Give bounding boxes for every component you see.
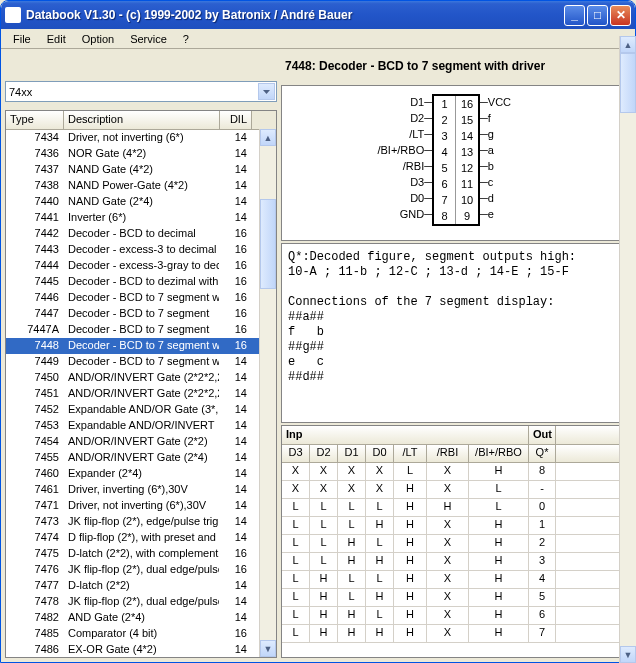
col-desc[interactable]: Description [64,111,220,129]
tt-col[interactable]: D2 [310,445,338,462]
tt-row[interactable]: LHHLHXH6 [282,607,630,625]
menu-file[interactable]: File [5,31,39,47]
truth-table: Inp Out D3D2D1D0/LT/RBI/BI+/RBOQ* XXXXLX… [281,425,631,658]
tt-col[interactable]: /RBI [427,445,469,462]
tt-col[interactable]: D3 [282,445,310,462]
table-row[interactable]: 7436NOR Gate (4*2)14 [6,146,276,162]
table-row[interactable]: 7473JK flip-flop (2*), edge/pulse trigg1… [6,514,276,530]
scroll-up-icon[interactable]: ▲ [260,129,276,146]
scroll-down-icon[interactable]: ▼ [260,640,276,657]
table-row[interactable]: 7442Decoder - BCD to decimal16 [6,226,276,242]
table-row[interactable]: 7486EX-OR Gate (4*2)14 [6,642,276,657]
table-row[interactable]: 7448Decoder - BCD to 7 segment w16 [6,338,276,354]
table-row[interactable]: 7454AND/OR/INVERT Gate (2*2)14 [6,434,276,450]
table-row[interactable]: 7474D flip-flop (2*), with preset and c1… [6,530,276,546]
table-row[interactable]: 7434Driver, not inverting (6*)14 [6,130,276,146]
close-button[interactable]: ✕ [610,5,631,26]
minimize-button[interactable]: _ [564,5,585,26]
scroll-down-icon[interactable]: ▼ [620,646,631,658]
table-row[interactable]: 7446Decoder - BCD to 7 segment w16 [6,290,276,306]
table-row[interactable]: 7445Decoder - BCD to dezimal with16 [6,274,276,290]
tt-row[interactable]: LLHLHXH2 [282,535,630,553]
chip-diagram: D1─D2─/LT─/BI+/RBO─/RBI─D3─D0─GND─ 12345… [281,85,631,241]
detail-title: 7448: Decoder - BCD to 7 segment with dr… [281,53,631,83]
tt-col[interactable]: Q* [529,445,556,462]
titlebar[interactable]: Databook V1.30 - (c) 1999-2002 by Batron… [1,1,635,29]
tt-row[interactable]: XXXXHXL- [282,481,630,499]
app-window: Databook V1.30 - (c) 1999-2002 by Batron… [0,0,636,663]
description-text: Q*:Decoded figure, segment outputs high:… [281,243,631,423]
table-row[interactable]: 7455AND/OR/INVERT Gate (2*4)14 [6,450,276,466]
table-row[interactable]: 7438NAND Power-Gate (4*2)14 [6,178,276,194]
tt-scrollbar[interactable]: ▲ ▼ [619,425,631,658]
table-row[interactable]: 7451AND/OR/INVERT Gate (2*2*2,214 [6,386,276,402]
window-title: Databook V1.30 - (c) 1999-2002 by Batron… [26,8,564,22]
tt-row[interactable]: XXXXLXH8 [282,463,630,481]
menubar: File Edit Option Service ? [1,29,635,49]
menu-edit[interactable]: Edit [39,31,74,47]
tt-col[interactable]: D1 [338,445,366,462]
table-row[interactable]: 7449Decoder - BCD to 7 segment w14 [6,354,276,370]
tt-row[interactable]: LLLHHXH1 [282,517,630,535]
table-row[interactable]: 7460Expander (2*4)14 [6,466,276,482]
table-row[interactable]: 7447ADecoder - BCD to 7 segment16 [6,322,276,338]
dropdown-value: 74xx [9,86,32,98]
table-row[interactable]: 7477D-latch (2*2)14 [6,578,276,594]
menu-help[interactable]: ? [175,31,197,47]
col-dil[interactable]: DIL [220,111,252,129]
scrollbar-vertical[interactable]: ▲ ▼ [259,129,276,657]
maximize-button[interactable]: □ [587,5,608,26]
table-row[interactable]: 7441Inverter (6*)14 [6,210,276,226]
menu-service[interactable]: Service [122,31,175,47]
app-icon [5,7,21,23]
menu-option[interactable]: Option [74,31,122,47]
tt-row[interactable]: LHLHHXH5 [282,589,630,607]
table-row[interactable]: 7475D-latch (2*2), with complementa16 [6,546,276,562]
scroll-thumb[interactable] [260,199,276,289]
tt-col[interactable]: /LT [394,445,427,462]
table-row[interactable]: 7450AND/OR/INVERT Gate (2*2*2,214 [6,370,276,386]
table-row[interactable]: 7440NAND Gate (2*4)14 [6,194,276,210]
table-row[interactable]: 7447Decoder - BCD to 7 segment16 [6,306,276,322]
tt-group-out[interactable]: Out [529,426,556,444]
table-row[interactable]: 7452Expandable AND/OR Gate (3*,14 [6,402,276,418]
table-row[interactable]: 7476JK flip-flop (2*), dual edge/pulse16 [6,562,276,578]
chevron-down-icon[interactable] [258,83,275,100]
parts-table: Type Description DIL 7434Driver, not inv… [5,110,277,658]
tt-group-inp[interactable]: Inp [282,426,529,444]
table-row[interactable]: 7485Comparator (4 bit)16 [6,626,276,642]
table-row[interactable]: 7444Decoder - excess-3-gray to dec16 [6,258,276,274]
tt-col[interactable]: D0 [366,445,394,462]
tt-col[interactable]: /BI+/RBO [469,445,529,462]
tt-row[interactable]: LHHHHXH7 [282,625,630,643]
col-type[interactable]: Type [6,111,64,129]
table-row[interactable]: 7443Decoder - excess-3 to decimal16 [6,242,276,258]
table-row[interactable]: 7437NAND Gate (4*2)14 [6,162,276,178]
tt-row[interactable]: LLHHHXH3 [282,553,630,571]
table-row[interactable]: 7471Driver, not inverting (6*),30V14 [6,498,276,514]
table-row[interactable]: 7461Driver, inverting (6*),30V14 [6,482,276,498]
tt-row[interactable]: LLLLHHL0 [282,499,630,517]
table-row[interactable]: 7482AND Gate (2*4)14 [6,610,276,626]
tt-row[interactable]: LHLLHXH4 [282,571,630,589]
category-dropdown[interactable]: 74xx [5,81,277,102]
table-row[interactable]: 7453Expandable AND/OR/INVERT14 [6,418,276,434]
table-row[interactable]: 7478JK flip-flop (2*), dual edge/pulse14 [6,594,276,610]
